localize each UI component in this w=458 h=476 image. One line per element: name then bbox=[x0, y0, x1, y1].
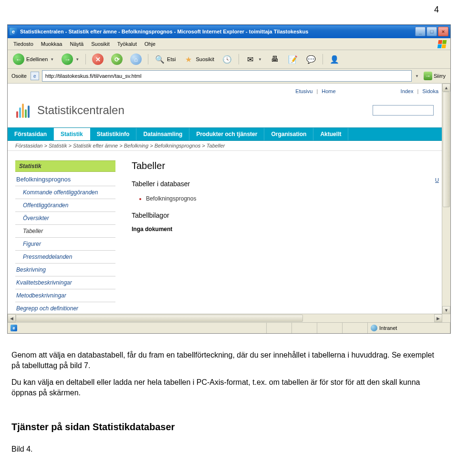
link-sidokarta[interactable]: Sidoka bbox=[418, 88, 442, 94]
link-index[interactable]: Index bbox=[397, 88, 417, 94]
separator bbox=[239, 54, 239, 64]
scroll-down-button[interactable]: ▼ bbox=[442, 306, 450, 314]
menu-file[interactable]: Tiedosto bbox=[10, 40, 37, 48]
main-column: Tabeller Tabeller i databaser Befolkning… bbox=[122, 160, 442, 315]
sidebar-item-kommande[interactable]: Kommande offentliggöranden bbox=[15, 186, 115, 199]
link-home[interactable]: Home bbox=[318, 88, 339, 94]
sidebar-item-kvalitet[interactable]: Kvalitetsbeskrivningar bbox=[15, 276, 115, 289]
menu-edit[interactable]: Muokkaa bbox=[37, 40, 66, 48]
messenger-button[interactable]: 👤 bbox=[327, 53, 342, 66]
sidebar-section[interactable]: Befolkningsprognos bbox=[15, 172, 115, 186]
forward-button[interactable]: → ▼ bbox=[59, 52, 82, 66]
favorites-label: Suosikit bbox=[196, 56, 214, 62]
nav-produkter[interactable]: Produkter och tjänster bbox=[189, 128, 264, 140]
favorites-button[interactable]: ★ Suosikit bbox=[181, 53, 217, 66]
menu-tools[interactable]: Työkalut bbox=[114, 40, 141, 48]
menu-help[interactable]: Ohje bbox=[141, 40, 159, 48]
db-list-item[interactable]: Befolkningsprognos bbox=[146, 194, 428, 203]
minimize-button[interactable]: _ bbox=[415, 27, 426, 36]
sidebar-item-metod[interactable]: Metodbeskrivningar bbox=[15, 289, 115, 302]
browser-window: Statistikcentralen - Statistik efter ämn… bbox=[7, 24, 451, 334]
chevron-down-icon: ▼ bbox=[50, 57, 54, 62]
home-button[interactable]: ⌂ bbox=[128, 52, 144, 66]
section-heading: Tjänster på sidan Statistikdatabaser bbox=[0, 398, 458, 433]
maximize-button[interactable]: □ bbox=[427, 27, 437, 36]
right-link[interactable]: U bbox=[435, 177, 439, 183]
zone-icon bbox=[371, 325, 377, 331]
back-button[interactable]: ← Edellinen ▼ bbox=[10, 52, 56, 66]
nav-organisation[interactable]: Organisation bbox=[264, 128, 313, 140]
page-h2-bilagor: Tabellbilagor bbox=[132, 212, 428, 219]
nav-aktuellt[interactable]: Aktuellt bbox=[313, 128, 348, 140]
scroll-thumb[interactable] bbox=[443, 92, 450, 207]
search-button[interactable]: 🔍 Etsi bbox=[152, 53, 178, 66]
scroll-up-button[interactable]: ▲ bbox=[442, 84, 450, 92]
back-icon: ← bbox=[13, 53, 24, 65]
print-button[interactable]: 🖶 bbox=[267, 53, 282, 66]
page-icon: e bbox=[31, 72, 39, 80]
brand-name: Statistikcentralen bbox=[37, 104, 125, 117]
address-input[interactable] bbox=[44, 73, 409, 79]
menu-view[interactable]: Näytä bbox=[66, 40, 87, 48]
status-pane-main: e bbox=[8, 323, 267, 333]
nav-statistik[interactable]: Statistik bbox=[54, 128, 90, 140]
sidebar-item-offentlig[interactable]: Offentliggöranden bbox=[15, 199, 115, 212]
scroll-corner bbox=[442, 314, 450, 322]
print-icon: 🖶 bbox=[270, 54, 280, 64]
sidebar-item-tabeller[interactable]: Tabeller bbox=[15, 225, 115, 238]
close-button[interactable]: × bbox=[438, 27, 448, 36]
messenger-icon: 👤 bbox=[329, 54, 340, 64]
sidebar-item-press[interactable]: Pressmeddelanden bbox=[15, 251, 115, 264]
chevron-down-icon[interactable]: ▼ bbox=[415, 74, 419, 78]
chevron-down-icon: ▼ bbox=[75, 57, 79, 62]
separator bbox=[85, 54, 86, 64]
page-h2-databaser: Tabeller i databaser bbox=[132, 180, 428, 188]
menu-favorites[interactable]: Suosikit bbox=[87, 40, 114, 48]
separator bbox=[148, 54, 148, 64]
link-etusivu[interactable]: Etusivu bbox=[291, 88, 316, 94]
history-button[interactable]: 🕓 bbox=[219, 53, 235, 66]
sidebar-item-beskrivning[interactable]: Beskrivning bbox=[15, 264, 115, 276]
address-label: Osoite bbox=[10, 73, 28, 79]
go-button[interactable]: → Siirry bbox=[422, 71, 448, 81]
refresh-button[interactable]: ⟳ bbox=[109, 52, 125, 66]
refresh-icon: ⟳ bbox=[111, 53, 123, 65]
nav-statistikinfo[interactable]: Statistikinfo bbox=[90, 128, 137, 140]
status-pane bbox=[317, 323, 343, 333]
bild-label: Bild 4. bbox=[0, 433, 458, 468]
edit-button[interactable]: 📝 bbox=[285, 53, 301, 66]
status-zone: Intranet bbox=[368, 323, 450, 333]
discuss-button[interactable]: 💬 bbox=[303, 53, 319, 66]
nav-forstasidan[interactable]: Förstasidan bbox=[8, 128, 54, 140]
stop-button[interactable]: ✕ bbox=[90, 52, 106, 66]
home-icon: ⌂ bbox=[130, 53, 142, 65]
horizontal-scrollbar[interactable]: ◀ ▶ bbox=[8, 314, 442, 322]
sidebar-item-oversikter[interactable]: Översikter bbox=[15, 212, 115, 225]
search-label: Etsi bbox=[167, 56, 176, 62]
sidebar-item-begrepp[interactable]: Begrepp och definitioner bbox=[15, 302, 115, 315]
edit-icon: 📝 bbox=[288, 54, 298, 64]
nav-datainsamling[interactable]: Datainsamling bbox=[136, 128, 189, 140]
scroll-left-button[interactable]: ◀ bbox=[8, 314, 16, 322]
scroll-right-button[interactable]: ▶ bbox=[434, 314, 442, 322]
description-paragraph-2: Du kan välja en deltabell eller ladda ne… bbox=[0, 370, 458, 398]
status-pane bbox=[343, 323, 368, 333]
sidebar-list: Kommande offentliggöranden Offentliggöra… bbox=[15, 186, 115, 315]
description-paragraph-1: Genom att välja en databastabell, får du… bbox=[0, 343, 458, 370]
scroll-thumb[interactable] bbox=[16, 315, 303, 322]
ie-icon bbox=[10, 28, 17, 35]
main-nav: Förstasidan Statistik Statistikinfo Data… bbox=[8, 127, 442, 141]
site-search-input[interactable] bbox=[373, 105, 434, 116]
scroll-track[interactable] bbox=[16, 314, 434, 322]
search-icon: 🔍 bbox=[155, 54, 165, 64]
go-icon: → bbox=[424, 72, 432, 80]
statusbar: e Intranet bbox=[8, 322, 450, 333]
star-icon: ★ bbox=[183, 54, 194, 64]
mail-button[interactable]: ✉ ▼ bbox=[243, 53, 264, 66]
scroll-track[interactable] bbox=[442, 92, 450, 306]
separator bbox=[323, 54, 323, 64]
sidebar-item-figurer[interactable]: Figurer bbox=[15, 238, 115, 251]
vertical-scrollbar[interactable]: ▲ ▼ bbox=[442, 84, 450, 314]
status-pane bbox=[267, 323, 292, 333]
address-bar: Osoite e ▼ → Siirry bbox=[8, 69, 450, 84]
